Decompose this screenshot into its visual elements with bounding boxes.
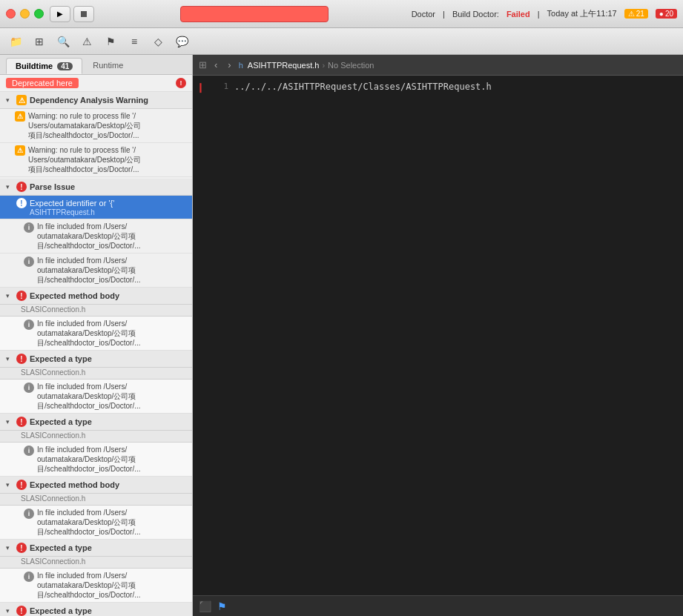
section-expected-method-1[interactable]: ▾ ! Expected method body: [0, 288, 192, 305]
error-line-marker: ❙: [193, 82, 208, 93]
section-expected-type-4[interactable]: ▾ ! Expected a type: [0, 603, 192, 616]
chevron-down-icon-type3: ▾: [6, 544, 13, 552]
section-parse-issue[interactable]: ▾ ! Parse Issue: [0, 179, 192, 196]
expected-method-1-title: Expected method body: [30, 291, 119, 300]
error-type1-icon: !: [16, 354, 27, 364]
error-badge[interactable]: ● 20: [656, 9, 677, 19]
error-method1-icon: !: [16, 291, 27, 301]
warning-item-text-2: Warning: no rule to process file '/Users…: [28, 145, 141, 174]
info-icon-6: i: [24, 509, 34, 519]
error-type3-icon: !: [16, 543, 27, 553]
list-item[interactable]: i In file included from /Users/outamatak…: [0, 506, 192, 540]
warning-item-icon: ⚠: [15, 111, 25, 122]
expected-type-3-title: Expected a type: [30, 543, 92, 552]
folder-icon-btn[interactable]: 📁: [6, 33, 25, 50]
titlebar: ▶ Doctor | Build Doctor: Failed | Today …: [0, 0, 683, 28]
info-icon-2: i: [24, 256, 34, 267]
expected-type-4-title: Expected a type: [30, 606, 92, 615]
maximize-button[interactable]: [34, 9, 44, 19]
breadcrumb-no-selection: No Selection: [328, 61, 374, 70]
build-time: Today at 上午11:17: [547, 8, 617, 19]
list-item[interactable]: i In file included from /Users/outamatak…: [0, 443, 192, 477]
warning-badge[interactable]: ⚠ 21: [624, 9, 648, 19]
build-label: Build Doctor:: [452, 10, 499, 19]
list-item[interactable]: i In file included from /Users/outamatak…: [0, 569, 192, 603]
list-item[interactable]: ⚠ Warning: no rule to process file '/Use…: [0, 143, 192, 177]
error-count: 20: [665, 10, 673, 18]
editor-grid-icon[interactable]: ⊞: [199, 59, 207, 70]
scheme-selector[interactable]: [180, 6, 329, 22]
info-icon-7: i: [24, 572, 34, 582]
stop-button[interactable]: [73, 6, 94, 22]
error-type4-icon: !: [16, 606, 27, 616]
expected-method-2-subtitle: SLASIConnection.h: [0, 494, 192, 506]
file-type-icon: h: [239, 61, 243, 70]
play-button[interactable]: ▶: [50, 6, 70, 22]
error-identifier-icon: !: [16, 198, 27, 208]
error-dot-icon: !: [176, 78, 186, 88]
tab-buildtime[interactable]: Buildtime 41: [6, 58, 82, 74]
list-item[interactable]: i In file included from /Users/outamatak…: [0, 380, 192, 414]
expected-method-2-title: Expected method body: [30, 480, 119, 489]
issue-list[interactable]: Deprecated here ! ▾ ⚠ Dependency Analysi…: [0, 75, 192, 616]
breadcrumb: ASIHTTPRequest.h › No Selection: [248, 61, 375, 70]
stop-icon: [81, 11, 87, 17]
expected-type-1-subtitle: SLASIConnection.h: [0, 368, 192, 380]
list-item[interactable]: i In file included from /Users/outamatak…: [0, 254, 192, 288]
traffic-lights: [6, 9, 44, 19]
error-parse-icon: !: [16, 182, 27, 192]
chevron-down-icon-method1: ▾: [6, 292, 13, 299]
list-item[interactable]: ⚠ Warning: no rule to process file '/Use…: [0, 109, 192, 143]
deprecated-item[interactable]: Deprecated here !: [0, 75, 192, 92]
editor-content[interactable]: ❙ 1 ../../../ASIHTTPRequest/Classes/ASIH…: [193, 76, 683, 595]
expected-type-2-subtitle: SLASIConnection.h: [0, 431, 192, 443]
chevron-down-icon-type2: ▾: [6, 418, 13, 425]
editor-header: ⊞ ‹ › h ASIHTTPRequest.h › No Selection: [193, 55, 683, 76]
expected-type-1-title: Expected a type: [30, 354, 92, 363]
close-button[interactable]: [6, 9, 16, 19]
parse-issue-title: Parse Issue: [30, 182, 75, 191]
expand-icon[interactable]: ⬛: [199, 600, 211, 612]
editor-bottom-bar: ⬛ ⚑: [193, 595, 683, 616]
section-expected-type-2[interactable]: ▾ ! Expected a type: [0, 414, 192, 431]
list-item-expected-identifier[interactable]: ! Expected identifier or '{' ASIHTTPRequ…: [0, 196, 192, 219]
section-expected-method-2[interactable]: ▾ ! Expected method body: [0, 477, 192, 494]
info-icon-1: i: [24, 222, 34, 233]
play-icon: ▶: [57, 10, 63, 18]
section-expected-type-3[interactable]: ▾ ! Expected a type: [0, 540, 192, 557]
section-expected-type-1[interactable]: ▾ ! Expected a type: [0, 351, 192, 368]
line-number-1: 1: [208, 82, 234, 91]
tab-runtime[interactable]: Runtime: [84, 58, 132, 74]
warning-icon: ⚠: [628, 10, 635, 18]
error-type2-icon: !: [16, 417, 27, 427]
search-icon-btn[interactable]: 🔍: [53, 33, 73, 50]
breadcrumb-filename[interactable]: ASIHTTPRequest.h: [248, 61, 320, 70]
dependency-analysis-title: Dependency Analysis Warning: [30, 96, 148, 105]
message-icon-btn[interactable]: 💬: [172, 33, 191, 50]
code-text-1: ../../../ASIHTTPRequest/Classes/ASIHTTPR…: [234, 82, 492, 92]
list-icon-btn[interactable]: ≡: [125, 33, 144, 50]
warning-item-icon-2: ⚠: [15, 145, 25, 156]
grid-icon-btn[interactable]: ⊞: [30, 33, 49, 50]
nav-forward-button[interactable]: ›: [225, 58, 234, 72]
warning-section-icon: ⚠: [16, 95, 27, 105]
title-area: [97, 6, 412, 22]
minimize-button[interactable]: [20, 9, 30, 19]
main-layout: Buildtime 41 Runtime Deprecated here ! ▾…: [0, 55, 683, 616]
build-result: Failed: [507, 10, 530, 19]
doctor-label: Doctor: [412, 10, 435, 19]
nav-back-button[interactable]: ‹: [211, 58, 220, 72]
info-icon-4: i: [24, 382, 34, 393]
expected-type-2-title: Expected a type: [30, 417, 92, 426]
buildtime-count-badge: 41: [57, 62, 73, 70]
list-item[interactable]: i In file included from /Users/outamatak…: [0, 219, 192, 254]
section-dependency-analysis[interactable]: ▾ ⚠ Dependency Analysis Warning: [0, 92, 192, 109]
flag-icon-btn[interactable]: ⚑: [101, 33, 120, 50]
bookmark-icon[interactable]: ⚑: [217, 600, 227, 612]
caution-icon-btn[interactable]: ⚠: [77, 33, 96, 50]
label-icon-btn[interactable]: ◇: [148, 33, 168, 50]
deprecated-label: Deprecated here: [6, 78, 79, 88]
chevron-down-icon: ▾: [6, 96, 13, 104]
list-item[interactable]: i In file included from /Users/outamatak…: [0, 317, 192, 351]
warning-count: 21: [636, 10, 644, 18]
